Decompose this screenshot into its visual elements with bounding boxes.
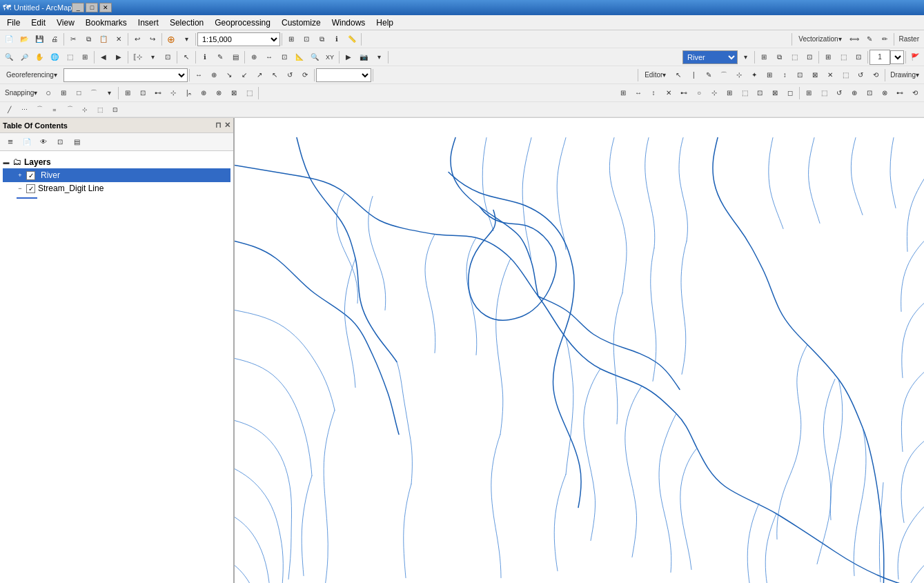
media-btn[interactable]: ▶	[341, 50, 356, 65]
map-area[interactable]	[235, 118, 924, 583]
ed-tool2[interactable]: |	[686, 68, 701, 83]
snap-tool8[interactable]: ⊠	[226, 86, 242, 101]
snap-config6[interactable]: ⊗	[877, 86, 892, 101]
small-tool7[interactable]: ⬚	[92, 102, 108, 117]
georef-tool7[interactable]: ↺	[282, 68, 297, 83]
menu-geoprocessing[interactable]: Geoprocessing	[209, 17, 276, 29]
editor-dropdown[interactable]: Editor▾	[640, 68, 671, 83]
clear-select-btn[interactable]: ⊡	[160, 50, 175, 65]
toc-list-by-selection[interactable]: ⊡	[52, 135, 68, 150]
copy-button[interactable]: ⧉	[81, 32, 96, 47]
snap-config7[interactable]: ⊷	[892, 86, 907, 101]
georef-tool3[interactable]: ↘	[222, 68, 237, 83]
snap-tool2[interactable]: ⊡	[135, 86, 150, 101]
snapping-dropdown[interactable]: Snapping▾	[1, 86, 41, 101]
vect-tool1[interactable]: ⟺	[847, 32, 862, 47]
right-snap10[interactable]: ⊡	[752, 86, 767, 101]
new-button[interactable]: 📄	[1, 32, 17, 47]
snap-tool1[interactable]: ⊞	[120, 86, 135, 101]
snap-tool3[interactable]: ⊷	[150, 86, 166, 101]
menu-view[interactable]: View	[51, 17, 80, 29]
menu-windows[interactable]: Windows	[326, 17, 371, 29]
right-snap5[interactable]: ⊷	[676, 86, 691, 101]
photo-btn[interactable]: 📷	[356, 50, 371, 65]
ed-tool14[interactable]: ⟲	[868, 68, 883, 83]
snap-tool4[interactable]: ⊹	[166, 86, 181, 101]
georef-layer-select[interactable]	[63, 68, 188, 82]
tool-d[interactable]: ⊡	[802, 50, 817, 65]
menu-bookmarks[interactable]: Bookmarks	[80, 17, 132, 29]
stream-checkbox[interactable]	[26, 184, 35, 193]
zoom-pct-input-btn[interactable]: 1	[869, 50, 890, 65]
ed-tool4[interactable]: ⌒	[716, 68, 731, 83]
snap-curve-btn[interactable]: ⌒	[86, 86, 101, 101]
layers-expand-icon[interactable]: ▬	[3, 159, 10, 166]
layer-select[interactable]: River	[682, 50, 738, 64]
georef-tool8[interactable]: ⟳	[297, 68, 313, 83]
layers-group-header[interactable]: ▬ 🗂 Layers	[3, 155, 230, 168]
ed-tool12[interactable]: ⬚	[838, 68, 853, 83]
nav-btn2[interactable]: ↔	[262, 50, 277, 65]
ed-tool3[interactable]: ✎	[701, 68, 716, 83]
snap-config8[interactable]: ⟲	[907, 86, 923, 101]
ed-tool7[interactable]: ⊞	[762, 68, 777, 83]
right-snap8[interactable]: ⊞	[722, 86, 737, 101]
small-tool4[interactable]: =	[47, 102, 62, 117]
georef-tool5[interactable]: ↗	[252, 68, 267, 83]
redo-button[interactable]: ↪	[145, 32, 160, 47]
small-tool1[interactable]: ╱	[1, 102, 17, 117]
measure-btn2[interactable]: 📐	[292, 50, 307, 65]
right-snap9[interactable]: ⬚	[737, 86, 752, 101]
find-btn[interactable]: 🔍	[307, 50, 322, 65]
snap-tool7[interactable]: ⊗	[211, 86, 226, 101]
menu-customize[interactable]: Customize	[276, 17, 326, 29]
river-checkbox[interactable]	[26, 171, 35, 180]
snap-tool5[interactable]: |ₙ	[181, 86, 196, 101]
print-button[interactable]: 🖨	[47, 32, 62, 47]
right-snap3[interactable]: ↕	[646, 86, 661, 101]
ed-tool9[interactable]: ⊡	[792, 68, 807, 83]
georef-method-select[interactable]	[316, 68, 371, 82]
right-snap11[interactable]: ⊠	[767, 86, 783, 101]
dropdown-btn[interactable]: ▾	[371, 50, 386, 65]
add-data-button[interactable]: ⊕	[164, 32, 179, 47]
flag-btn[interactable]: 🚩	[907, 50, 923, 65]
full-extent-btn2[interactable]: ⬚	[62, 50, 77, 65]
layer-item-stream[interactable]: − Stream_Digit Line	[3, 182, 230, 195]
layer-select-dropdown[interactable]: ▾	[738, 50, 753, 65]
nav-btn1[interactable]: ⊕	[246, 50, 262, 65]
layers-btn[interactable]: ⧉	[314, 32, 329, 47]
right-snap12[interactable]: ◻	[783, 86, 798, 101]
zoom-to-selection-btn[interactable]: ⊡	[299, 32, 314, 47]
close-button[interactable]: ✕	[99, 3, 112, 12]
georef-tool2[interactable]: ⊕	[206, 68, 222, 83]
georef-tool6[interactable]: ↖	[267, 68, 282, 83]
open-button[interactable]: 📂	[17, 32, 32, 47]
pan-btn[interactable]: ✋	[32, 50, 47, 65]
zoom-in-btn[interactable]: 🔍	[1, 50, 17, 65]
georef-tool1[interactable]: ↔	[191, 68, 206, 83]
toc-options[interactable]: ▤	[69, 135, 84, 150]
globe-btn[interactable]: 🌐	[47, 50, 62, 65]
ed-tool6[interactable]: ✦	[747, 68, 762, 83]
xy-btn[interactable]: XY	[322, 50, 337, 65]
raster-btn[interactable]: Raster	[896, 32, 923, 47]
table-btn[interactable]: ▤	[228, 50, 243, 65]
ed-tool8[interactable]: ↕	[777, 68, 792, 83]
scale-dropdown[interactable]: 1:15,000	[197, 32, 280, 46]
right-snap6[interactable]: ○	[691, 86, 707, 101]
georef-dropdown[interactable]: Georeferencing▾	[1, 68, 62, 83]
snap-config4[interactable]: ⊕	[847, 86, 862, 101]
edit-btn2[interactable]: ✎	[213, 50, 228, 65]
tool-f[interactable]: ⬚	[836, 50, 851, 65]
river-expand-icon[interactable]: +	[17, 172, 23, 179]
menu-edit[interactable]: Edit	[26, 17, 51, 29]
toc-list-by-visibility[interactable]: 👁	[36, 135, 51, 150]
small-tool2[interactable]: ⋯	[17, 102, 32, 117]
vect-tool2[interactable]: ✎	[862, 32, 877, 47]
snap-tool6[interactable]: ⊕	[196, 86, 211, 101]
full-extent-btn[interactable]: ⊞	[284, 32, 299, 47]
save-button[interactable]: 💾	[32, 32, 47, 47]
snap-toggle[interactable]: ▾	[101, 86, 117, 101]
ed-tool5[interactable]: ⊹	[731, 68, 747, 83]
